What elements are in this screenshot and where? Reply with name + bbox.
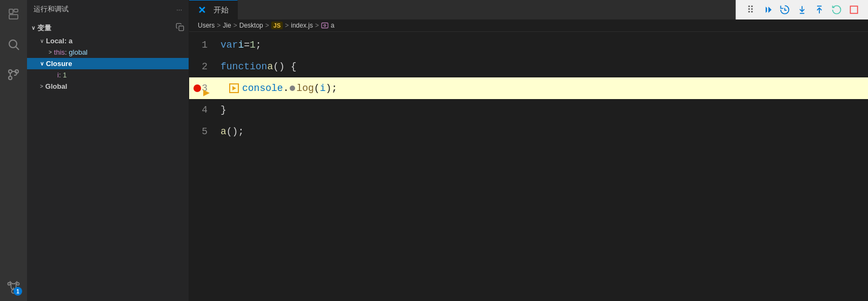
- code-line-1: 1 var i = 1 ;: [189, 34, 868, 56]
- vscode-icon: ✕: [198, 4, 206, 16]
- code-line-2: 2 function a () {: [189, 56, 868, 77]
- svg-rect-2: [14, 9, 18, 12]
- svg-point-17: [324, 24, 326, 27]
- breadcrumb-symbol-icon: [321, 22, 329, 29]
- breadcrumb: Users > Jie > Desktop > JS > index.js > …: [189, 19, 868, 32]
- breadcrumb-filename[interactable]: index.js: [291, 22, 313, 29]
- sidebar: 运行和调试 ··· ∨ 变量 ∨ Local: a > this : gl: [27, 0, 189, 301]
- breadcrumb-symbol-container: a: [321, 22, 335, 29]
- svg-rect-0: [9, 9, 13, 14]
- tab-start-label: 开始: [213, 5, 229, 15]
- this-value: global: [69, 48, 88, 56]
- breadcrumb-sep4: >: [285, 22, 289, 29]
- activity-bar-bottom: 1: [4, 277, 23, 301]
- sidebar-header: 运行和调试 ···: [27, 0, 189, 18]
- code-line-5: 5 a ();: [189, 121, 868, 142]
- closure-i-item[interactable]: i : 1: [27, 69, 189, 81]
- line-number-4: 4: [189, 99, 216, 121]
- this-global-item[interactable]: > this : global: [27, 47, 189, 58]
- svg-point-5: [9, 70, 12, 73]
- breadcrumb-a[interactable]: a: [331, 22, 335, 29]
- breakpoint-dot[interactable]: [193, 84, 201, 92]
- debug-run-icon[interactable]: 1: [4, 277, 23, 297]
- token-call-parens: ();: [226, 121, 244, 142]
- global-item[interactable]: > Global: [27, 81, 189, 92]
- token-a-call: a: [221, 121, 226, 142]
- log-dot-icon: [290, 86, 295, 91]
- this-colon: :: [65, 48, 69, 56]
- sidebar-title: 运行和调试: [34, 4, 69, 14]
- this-chevron: >: [49, 49, 52, 55]
- breadcrumb-sep3: >: [265, 22, 269, 29]
- svg-rect-11: [179, 26, 184, 31]
- closure-i-colon: :: [59, 71, 63, 79]
- breadcrumb-desktop[interactable]: Desktop: [239, 22, 263, 29]
- this-key: this: [54, 48, 65, 56]
- code-editor: 1 var i = 1 ; 2 function a () { 3: [189, 32, 868, 301]
- step-over-button[interactable]: [777, 2, 792, 17]
- code-line-3: 3 ▶ console . log ( i );: [189, 77, 868, 99]
- token-log: log: [296, 77, 313, 99]
- breadcrumb-sep5: >: [315, 22, 319, 29]
- step-out-button[interactable]: [812, 2, 827, 17]
- global-label: Global: [45, 82, 67, 90]
- token-open-paren: (: [314, 77, 320, 99]
- variables-label: 变量: [37, 23, 51, 33]
- restart-button[interactable]: [829, 2, 844, 17]
- breadcrumb-users[interactable]: Users: [198, 22, 215, 29]
- debug-badge-count: 1: [14, 287, 22, 296]
- svg-point-10: [17, 283, 19, 285]
- grid-button[interactable]: ⠿: [743, 2, 758, 17]
- variables-section-header[interactable]: ∨ 变量: [27, 21, 189, 35]
- token-equals: =: [244, 34, 250, 56]
- line-content-2: function a () {: [216, 56, 868, 77]
- breadcrumb-sep2: >: [233, 22, 237, 29]
- local-a-label: Local: a: [46, 37, 72, 45]
- token-console: console: [242, 77, 283, 99]
- code-line-4: 4 }: [189, 99, 868, 121]
- local-a-chevron: ∨: [40, 38, 44, 44]
- token-dot: .: [283, 77, 289, 99]
- svg-point-7: [9, 76, 12, 80]
- variables-chevron: ∨: [31, 25, 35, 31]
- variables-section: ∨ 变量 ∨ Local: a > this : global ∨ Closur…: [27, 18, 189, 94]
- svg-line-4: [16, 47, 19, 50]
- step-into-button[interactable]: [794, 2, 810, 17]
- tab-start[interactable]: ✕开始: [189, 0, 238, 19]
- line-number-5: 5: [189, 121, 216, 142]
- source-control-icon[interactable]: [4, 65, 23, 84]
- breadcrumb-js-badge: JS: [271, 22, 283, 29]
- tab-section: ✕开始: [189, 0, 736, 19]
- closure-item[interactable]: ∨ Closure: [27, 58, 189, 69]
- sidebar-more-button[interactable]: ···: [176, 5, 182, 14]
- token-var: var: [221, 34, 238, 56]
- activity-bar: 1: [0, 0, 27, 301]
- token-1: 1: [250, 34, 256, 56]
- svg-rect-1: [9, 15, 18, 19]
- token-i-ref: i: [320, 77, 326, 99]
- copy-icon[interactable]: [176, 23, 184, 33]
- token-function: function: [221, 56, 267, 77]
- breadcrumb-jie[interactable]: Jie: [223, 22, 231, 29]
- explorer-icon[interactable]: [4, 4, 23, 24]
- continue-button[interactable]: [760, 2, 775, 17]
- svg-rect-16: [850, 6, 857, 13]
- line-content-3: console . log ( i );: [216, 77, 868, 99]
- main-content: ✕开始 ⠿: [189, 0, 868, 301]
- line-content-5: a ();: [216, 121, 868, 142]
- line-number-2: 2: [189, 56, 216, 77]
- svg-point-3: [9, 40, 17, 48]
- line-number-1: 1: [189, 34, 216, 56]
- closure-chevron: ∨: [40, 61, 44, 67]
- local-a-item[interactable]: ∨ Local: a: [27, 35, 189, 47]
- closure-i-value: 1: [63, 71, 66, 79]
- top-area: ✕开始 ⠿: [189, 0, 868, 19]
- closure-label: Closure: [46, 60, 72, 68]
- toolbar: ⠿: [736, 0, 868, 19]
- svg-point-9: [8, 283, 11, 285]
- search-icon[interactable]: [4, 35, 23, 54]
- line-content-1: var i = 1 ;: [216, 34, 868, 56]
- global-chevron: >: [40, 83, 43, 89]
- stop-button[interactable]: [846, 2, 862, 17]
- line-content-4: }: [216, 99, 868, 121]
